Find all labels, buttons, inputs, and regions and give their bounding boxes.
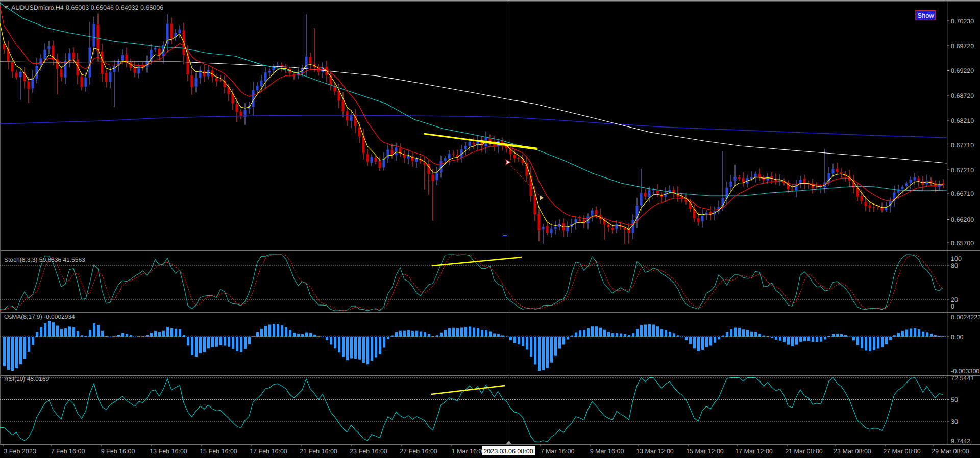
svg-text:9.7442: 9.7442 [951,438,970,445]
svg-text:0.69720: 0.69720 [951,43,974,50]
svg-text:-0.0033007: -0.0033007 [951,368,980,375]
svg-text:0.68720: 0.68720 [951,92,974,99]
svg-text:27 Feb 16:00: 27 Feb 16:00 [400,448,437,455]
svg-text:0.66200: 0.66200 [951,216,974,223]
svg-text:0.68210: 0.68210 [951,117,974,124]
svg-text:0.65003 0.65046 0.64932 0.6500: 0.65003 0.65046 0.64932 0.65006 [66,4,163,11]
svg-text:0.69220: 0.69220 [951,67,974,74]
svg-text:72.5441: 72.5441 [951,375,974,382]
svg-text:13 Mar 12:00: 13 Mar 12:00 [636,448,674,455]
svg-text:0.67210: 0.67210 [951,167,974,174]
svg-text:0.70230: 0.70230 [951,18,974,25]
svg-text:0.65700: 0.65700 [951,240,974,247]
svg-text:0.0024223: 0.0024223 [951,314,980,321]
svg-text:13 Feb 16:00: 13 Feb 16:00 [150,448,187,455]
svg-text:20: 20 [951,296,958,303]
svg-text:0.66710: 0.66710 [951,190,974,197]
svg-text:50: 50 [951,396,958,403]
svg-text:1 Mar 16:00: 1 Mar 16:00 [452,448,486,455]
svg-text:0.67710: 0.67710 [951,142,974,149]
svg-text:9 Mar 16:00: 9 Mar 16:00 [590,448,624,455]
svg-text:0: 0 [951,303,954,310]
svg-text:9 Feb 16:00: 9 Feb 16:00 [101,448,135,455]
svg-text:7 Feb 16:00: 7 Feb 16:00 [51,448,85,455]
svg-text:Stoch(8,3,3) 50.6536 41.5563: Stoch(8,3,3) 50.6536 41.5563 [4,256,85,263]
svg-text:AUDUSDmicro,H4: AUDUSDmicro,H4 [11,4,64,11]
svg-text:15 Mar 12:00: 15 Mar 12:00 [686,448,724,455]
svg-text:17 Mar 12:00: 17 Mar 12:00 [735,448,773,455]
svg-text:Show: Show [917,12,934,19]
svg-text:17 Feb 16:00: 17 Feb 16:00 [250,448,287,455]
svg-text:23 Feb 16:00: 23 Feb 16:00 [350,448,387,455]
svg-text:80: 80 [951,262,958,269]
svg-text:15 Feb 16:00: 15 Feb 16:00 [200,448,237,455]
svg-text:7 Mar 16:00: 7 Mar 16:00 [541,448,575,455]
svg-text:30: 30 [951,418,958,425]
svg-text:2023.03.06 08:00: 2023.03.06 08:00 [483,448,533,455]
svg-text:21 Mar 08:00: 21 Mar 08:00 [785,448,823,455]
svg-text:RSI(10) 48.0169: RSI(10) 48.0169 [4,375,49,383]
svg-text:0.00: 0.00 [951,334,963,341]
svg-text:3 Feb 2023: 3 Feb 2023 [4,448,36,455]
svg-text:100: 100 [951,255,962,262]
svg-text:27 Mar 08:00: 27 Mar 08:00 [883,448,921,455]
svg-text:21 Feb 16:00: 21 Feb 16:00 [300,448,337,455]
svg-text:29 Mar 08:00: 29 Mar 08:00 [932,448,969,455]
svg-text:23 Mar 08:00: 23 Mar 08:00 [834,448,871,455]
svg-text:OsMA(8,17,9) -0.0002934: OsMA(8,17,9) -0.0002934 [4,313,75,320]
